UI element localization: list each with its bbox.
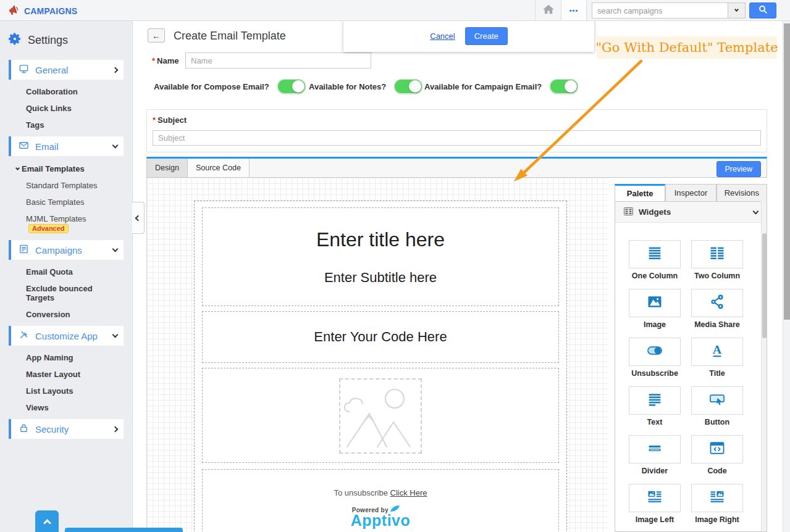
action-bar: Cancel Create	[343, 20, 594, 52]
sidebar-item-email-quota[interactable]: Email Quota	[0, 264, 132, 280]
widget-title[interactable]: ATitle	[691, 338, 743, 379]
subject-input[interactable]	[153, 130, 761, 146]
sidebar-item-basic-templates[interactable]: Basic Templates	[0, 194, 132, 210]
cancel-link[interactable]: Cancel	[430, 31, 455, 41]
footer-block[interactable]: To unsubscribe Click Here Powered by App…	[202, 469, 559, 532]
sidebar-item-quick-links[interactable]: Quick Links	[0, 100, 132, 117]
widget-image-left[interactable]: Image Left	[629, 484, 681, 525]
sidebar-item-app-naming[interactable]: App Naming	[0, 349, 132, 366]
palette-scrollbar-thumb[interactable]	[762, 233, 767, 338]
widget-text[interactable]: Text	[629, 386, 681, 428]
palette-scrollbar	[761, 201, 767, 531]
palette-panel: Palette Inspector Revisions Widgets One …	[615, 184, 767, 532]
code-block[interactable]: Enter Your Code Here	[202, 311, 559, 363]
widget-label: Image Left	[629, 515, 681, 525]
widget-code[interactable]: Code	[691, 435, 743, 476]
sidebar-section-email[interactable]: Email	[9, 136, 124, 156]
back-button[interactable]: ←	[148, 28, 165, 43]
divider-icon	[646, 439, 663, 459]
tab-inspector[interactable]: Inspector	[665, 184, 716, 201]
sidebar-item-collaboration[interactable]: Collaboration	[0, 83, 132, 100]
widget-grid: One ColumnTwo ColumnImageMedia ShareUnsu…	[615, 223, 745, 532]
sidebar-item-standard-templates[interactable]: Standard Templates	[0, 177, 132, 194]
settings-title: Settings	[28, 34, 68, 47]
toggle-knob	[565, 80, 577, 93]
title-placeholder[interactable]: Enter title here	[316, 228, 445, 251]
name-input[interactable]	[185, 52, 371, 69]
sidebar-item-views[interactable]: Views	[0, 399, 132, 416]
tab-palette[interactable]: Palette	[615, 184, 665, 201]
page-scrollbar-thumb[interactable]	[784, 23, 790, 320]
subtitle-placeholder[interactable]: Enter Subtitle here	[324, 270, 437, 286]
sidebar-collapse-handle[interactable]	[132, 202, 145, 234]
search-scope-dropdown[interactable]	[728, 2, 746, 19]
widget-media-share[interactable]: Media Share	[691, 289, 743, 330]
code-icon	[708, 439, 726, 459]
chevron-down-icon	[112, 143, 119, 149]
settings-sidebar: Settings General Collaboration Quick Lin…	[0, 21, 133, 532]
notes-toggle[interactable]	[394, 79, 422, 94]
widget-label: Image Right	[691, 515, 743, 525]
compose-email-toggle[interactable]	[277, 79, 306, 94]
svg-text:A: A	[713, 343, 722, 356]
sidebar-item-list-layouts[interactable]: List Layouts	[0, 383, 132, 399]
widget-divider[interactable]: Divider	[629, 435, 681, 476]
settings-header: Settings	[0, 21, 132, 57]
text-icon	[646, 391, 663, 410]
chevron-down-icon	[753, 208, 759, 214]
toast-bar	[65, 528, 183, 532]
widget-label: Title	[691, 369, 743, 379]
widget-label: Unsubscribe	[629, 369, 681, 379]
sidebar-section-security[interactable]: Security	[9, 419, 124, 439]
sidebar-item-master-layout[interactable]: Master Layout	[0, 366, 132, 383]
sidebar-section-customize-app[interactable]: Customize App	[9, 326, 124, 346]
widget-label: Two Column	[691, 272, 743, 281]
search-group	[592, 2, 746, 19]
media-share-icon	[708, 293, 726, 313]
subject-label: *Subject	[153, 115, 187, 125]
app-brand[interactable]: CAMPAIGNS	[7, 4, 77, 19]
scroll-to-top-button[interactable]	[35, 510, 59, 532]
sidebar-item-mjml-templates[interactable]: MJML TemplatesAdvanced	[0, 210, 132, 237]
widget-label: Text	[629, 418, 681, 428]
more-options-button[interactable]: •••	[561, 0, 587, 20]
chevron-right-icon	[112, 67, 119, 73]
title-block[interactable]: Enter title here Enter Subtitle here	[202, 207, 559, 306]
design-canvas[interactable]: Enter title here Enter Subtitle here Ent…	[146, 178, 608, 532]
one-column-icon	[646, 244, 663, 264]
sidebar-section-campaigns[interactable]: Campaigns	[9, 240, 124, 260]
sidebar-item-tags[interactable]: Tags	[0, 117, 132, 133]
tab-revisions[interactable]: Revisions	[716, 184, 767, 201]
email-icon	[19, 140, 29, 153]
create-button[interactable]: Create	[465, 27, 508, 45]
button-icon	[708, 391, 726, 410]
widget-button[interactable]: Button	[691, 386, 743, 428]
widget-label: Divider	[629, 467, 681, 476]
tab-source-code[interactable]: Source Code	[188, 159, 250, 177]
widget-unsubscribe[interactable]: Unsubscribe	[629, 338, 681, 379]
widget-two-column[interactable]: Two Column	[691, 240, 743, 281]
widgets-accordion-header[interactable]: Widgets	[615, 202, 767, 223]
preview-button[interactable]: Preview	[716, 161, 761, 177]
sidebar-section-general[interactable]: General	[9, 60, 124, 80]
image-block[interactable]	[202, 368, 559, 463]
page-scrollbar	[783, 21, 790, 532]
widget-image[interactable]: Image	[629, 289, 681, 330]
two-column-icon	[708, 244, 726, 264]
image-placeholder[interactable]	[339, 378, 422, 454]
widget-image-right[interactable]: Image Right	[691, 484, 743, 525]
unsubscribe-link[interactable]: Click Here	[390, 488, 427, 497]
search-input[interactable]	[592, 2, 728, 19]
email-template-document[interactable]: Enter title here Enter Subtitle here Ent…	[194, 201, 567, 532]
widget-one-column[interactable]: One Column	[629, 240, 681, 281]
search-button[interactable]	[749, 2, 776, 19]
chevron-down-icon	[112, 246, 119, 252]
page-title: Create Email Template	[174, 30, 286, 43]
sidebar-item-conversion[interactable]: Conversion	[0, 306, 132, 323]
sidebar-group-email-templates[interactable]: Email Templates	[0, 160, 132, 177]
home-button[interactable]	[535, 0, 561, 20]
sidebar-item-exclude-bounced-targets[interactable]: Exclude bounced Targets	[0, 280, 102, 306]
tab-design[interactable]: Design	[147, 159, 188, 177]
campaign-email-toggle[interactable]	[550, 79, 578, 94]
palette-tabbar: Palette Inspector Revisions	[615, 184, 767, 201]
